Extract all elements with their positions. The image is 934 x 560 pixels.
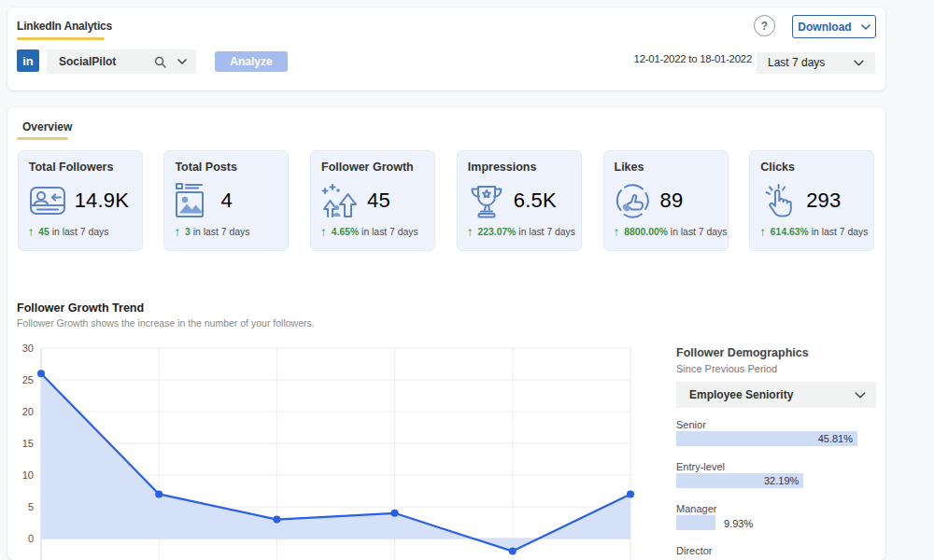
period-value: Last 7 days: [768, 56, 825, 69]
trophy-icon: [466, 180, 507, 221]
svg-text:5: 5: [28, 501, 34, 512]
page-title: LinkedIn Analytics: [17, 20, 112, 33]
stat-card-total-posts: Total Posts4↑ 3 in last 7 days: [163, 150, 289, 251]
analyze-button[interactable]: Analyze: [215, 51, 288, 72]
overview-underline: [17, 137, 68, 140]
demographics-subtitle: Since Previous Period: [676, 363, 777, 374]
stat-card-title: Likes: [615, 161, 644, 174]
stat-card-delta: ↑ 4.65% in last 7 days: [320, 227, 418, 237]
demographic-label: Director: [676, 545, 713, 556]
stat-card-value: 45: [367, 182, 390, 219]
stat-card-delta: ↑ 8800.00% in last 7 days: [614, 227, 728, 237]
stat-card-clicks: Clicks293↑ 614.63% in last 7 days: [749, 150, 874, 251]
up-arrow-icon: ↑: [320, 227, 327, 237]
demographics-dropdown[interactable]: Employee Seniority: [676, 382, 876, 408]
demographic-label: Senior: [676, 419, 706, 430]
stat-card-value: 293: [806, 182, 841, 219]
trend-subtitle: Follower Growth shows the increase in th…: [17, 317, 315, 329]
follower-growth-chart: 051015202530: [7, 336, 661, 560]
chevron-down-icon: [854, 60, 864, 66]
download-label: Download: [798, 21, 851, 34]
title-underline: [17, 37, 105, 40]
stat-card-value: 14.9K: [75, 182, 130, 219]
stat-card-value: 89: [660, 182, 684, 219]
stat-card-title: Follower Growth: [321, 161, 414, 174]
svg-text:25: 25: [22, 374, 34, 385]
stat-card-title: Clicks: [760, 161, 795, 174]
stat-card-value: 4: [220, 182, 232, 219]
svg-text:10: 10: [22, 469, 34, 481]
stat-card-delta: ↑ 3 in last 7 days: [174, 227, 249, 237]
contact-card-icon: [27, 180, 68, 221]
help-button[interactable]: ?: [754, 15, 775, 36]
demographics-title: Follower Demographics: [676, 346, 809, 359]
demographic-value: 9.93%: [724, 518, 753, 529]
chevron-down-icon: [855, 392, 866, 399]
download-button[interactable]: Download: [792, 15, 876, 38]
demographics-dropdown-value: Employee Seniority: [689, 388, 793, 401]
header-card: LinkedIn Analytics ? Download in SocialP…: [7, 7, 885, 91]
account-name: SocialPilot: [59, 55, 116, 68]
svg-text:15: 15: [22, 438, 34, 449]
demographic-bar: 32.19%: [676, 473, 803, 488]
up-arrow-icon: ↑: [467, 227, 474, 237]
demographic-bar: [676, 515, 715, 530]
up-arrow-icon: ↑: [174, 227, 180, 237]
demographic-bar: 45.81%: [676, 431, 857, 446]
stat-card-impressions: Impressions6.5K↑ 223.07% in last 7 days: [457, 150, 582, 251]
svg-text:0: 0: [28, 533, 34, 544]
stat-card-follower-growth: Follower Growth45↑ 4.65% in last 7 days: [310, 150, 435, 251]
main-card: Overview Total Followers14.9K↑ 45 in las…: [7, 107, 885, 560]
stat-card-delta: ↑ 614.63% in last 7 days: [759, 227, 868, 237]
trend-title: Follower Growth Trend: [17, 301, 144, 315]
tab-overview[interactable]: Overview: [22, 120, 72, 133]
click-icon: [758, 180, 800, 221]
growth-arrows-icon: [319, 180, 361, 221]
account-selector[interactable]: SocialPilot: [47, 49, 196, 74]
demographic-label: Entry-level: [676, 461, 725, 472]
svg-text:30: 30: [22, 343, 34, 354]
chevron-down-icon: [177, 59, 187, 64]
stat-card-value: 6.5K: [514, 182, 557, 219]
stat-cards-row: Total Followers14.9K↑ 45 in last 7 daysT…: [7, 150, 885, 251]
stat-card-delta: ↑ 45 in last 7 days: [28, 227, 109, 237]
stat-card-title: Impressions: [468, 161, 537, 174]
linkedin-icon: in: [17, 49, 39, 72]
thumbs-up-icon: [613, 180, 654, 221]
search-icon[interactable]: [154, 56, 166, 68]
stat-card-delta: ↑ 223.07% in last 7 days: [467, 227, 575, 237]
up-arrow-icon: ↑: [614, 227, 620, 237]
question-icon: ?: [761, 20, 768, 33]
demographic-label: Manager: [676, 503, 716, 514]
period-selector[interactable]: Last 7 days: [757, 52, 875, 75]
stat-card-likes: Likes89↑ 8800.00% in last 7 days: [603, 150, 729, 251]
demographics-panel: Follower Demographics Since Previous Per…: [676, 343, 885, 560]
posts-icon: [173, 180, 214, 221]
stat-card-total-followers: Total Followers14.9K↑ 45 in last 7 days: [18, 150, 143, 251]
stat-card-title: Total Posts: [175, 161, 236, 174]
chevron-down-icon: [861, 24, 870, 30]
date-range-label: 12-01-2022 to 18-01-2022: [634, 53, 752, 64]
up-arrow-icon: ↑: [759, 227, 766, 237]
stat-card-title: Total Followers: [29, 161, 114, 174]
up-arrow-icon: ↑: [28, 227, 35, 237]
svg-text:20: 20: [22, 406, 34, 417]
